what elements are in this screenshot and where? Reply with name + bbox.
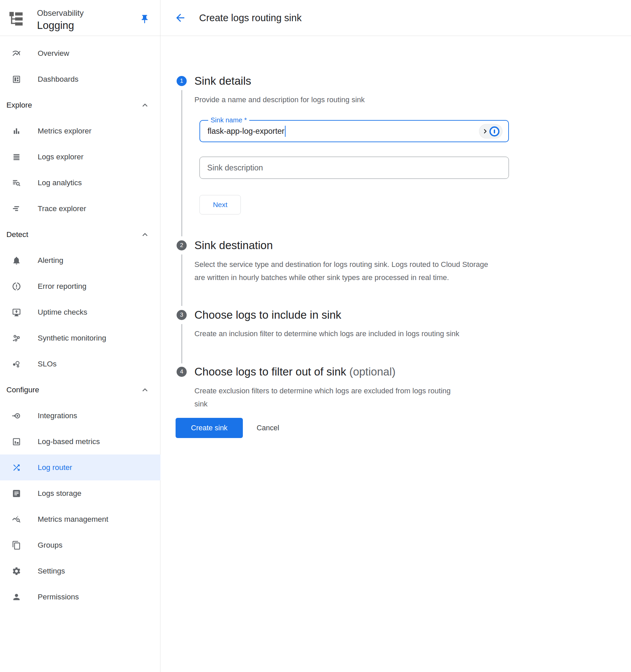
sidebar-nav: Overview Dashboards Explore Metrics expl… xyxy=(0,40,160,610)
sidebar-item-label: Log-based metrics xyxy=(38,437,100,446)
sidebar-item-label: SLOs xyxy=(38,360,56,368)
section-label: Configure xyxy=(6,386,39,394)
step-3-indicator: 3 xyxy=(177,310,187,320)
onepassword-icon xyxy=(489,126,499,137)
text-cursor xyxy=(285,126,286,137)
back-button[interactable] xyxy=(174,12,186,24)
sidebar-section-configure[interactable]: Configure xyxy=(0,377,160,403)
sidebar-item-uptime-checks[interactable]: Uptime checks xyxy=(0,299,160,325)
sidebar-item-log-analytics[interactable]: Log analytics xyxy=(0,170,160,196)
logs-explorer-icon xyxy=(12,152,21,162)
sidebar-item-label: Groups xyxy=(38,541,63,550)
log-router-icon xyxy=(12,463,21,472)
sidebar-item-dashboards[interactable]: Dashboards xyxy=(0,66,160,92)
sink-name-field[interactable]: Sink name * flask-app-log-exporter xyxy=(200,120,509,142)
sidebar-item-metrics-explorer[interactable]: Metrics explorer xyxy=(0,118,160,144)
page-title: Create logs routing sink xyxy=(199,13,302,24)
synthetic-monitoring-icon xyxy=(12,334,21,343)
sidebar-item-log-based-metrics[interactable]: Log-based metrics xyxy=(0,429,160,455)
step-4-title: Choose logs to filter out of sink (optio… xyxy=(194,364,396,379)
slos-icon xyxy=(12,359,21,369)
sidebar-item-settings[interactable]: Settings xyxy=(0,558,160,584)
step-1-title: Sink details xyxy=(194,74,251,89)
sidebar-item-label: Log analytics xyxy=(38,178,82,187)
create-sink-button[interactable]: Create sink xyxy=(176,418,243,438)
step-connector xyxy=(181,90,182,236)
next-button[interactable]: Next xyxy=(200,195,241,214)
sink-name-value: flask-app-log-exporter xyxy=(208,127,284,136)
sidebar-item-logs-explorer[interactable]: Logs explorer xyxy=(0,144,160,170)
settings-icon xyxy=(12,567,21,576)
sidebar-item-label: Permissions xyxy=(38,593,79,601)
cancel-button[interactable]: Cancel xyxy=(251,421,285,435)
pin-button[interactable] xyxy=(137,12,152,27)
step-2-indicator: 2 xyxy=(177,240,187,250)
pin-icon xyxy=(140,14,150,25)
section-label: Detect xyxy=(6,230,28,239)
sidebar-item-label: Synthetic monitoring xyxy=(38,334,106,342)
chevron-up-icon xyxy=(140,100,150,110)
uptime-checks-icon xyxy=(12,308,21,317)
permissions-icon xyxy=(12,592,21,602)
sidebar-item-metrics-management[interactable]: Metrics management xyxy=(0,506,160,532)
sidebar-item-label: Dashboards xyxy=(38,75,78,84)
sidebar-item-label: Logs storage xyxy=(38,489,81,498)
step-connector xyxy=(181,255,182,306)
sidebar-section-explore[interactable]: Explore xyxy=(0,92,160,118)
sidebar-item-label: Overview xyxy=(38,49,69,58)
sidebar-item-synthetic-monitoring[interactable]: Synthetic monitoring xyxy=(0,325,160,351)
sidebar: Observability Logging Overview Dashboard… xyxy=(0,0,160,672)
sidebar-item-label: Log router xyxy=(38,463,72,472)
overview-icon xyxy=(12,49,21,58)
step-1-indicator: 1 xyxy=(177,76,187,86)
main-panel: Create logs routing sink 1 Sink details … xyxy=(160,0,631,672)
sidebar-header: Observability Logging xyxy=(0,0,160,36)
sidebar-item-integrations[interactable]: Integrations xyxy=(0,403,160,429)
sidebar-item-log-router[interactable]: Log router xyxy=(0,455,160,480)
sidebar-item-label: Uptime checks xyxy=(38,308,88,317)
section-label: Explore xyxy=(6,101,32,110)
logs-storage-icon xyxy=(12,489,21,498)
step-4-indicator: 4 xyxy=(177,367,187,377)
sidebar-item-label: Trace explorer xyxy=(38,205,86,213)
sidebar-item-label: Settings xyxy=(38,567,65,576)
sidebar-item-label: Integrations xyxy=(38,411,77,420)
sidebar-item-slos[interactable]: SLOs xyxy=(0,351,160,377)
sidebar-section-detect[interactable]: Detect xyxy=(0,221,160,247)
sidebar-item-groups[interactable]: Groups xyxy=(0,532,160,558)
dashboards-icon xyxy=(12,75,21,84)
product-name: Observability xyxy=(37,8,84,18)
sidebar-item-label: Error reporting xyxy=(38,282,87,291)
sidebar-item-label: Logs explorer xyxy=(38,153,84,161)
chevron-up-icon xyxy=(140,230,150,240)
sink-description-field xyxy=(200,157,509,179)
step-3-title: Choose logs to include in sink xyxy=(194,308,342,322)
sidebar-item-overview[interactable]: Overview xyxy=(0,40,160,66)
sidebar-item-trace-explorer[interactable]: Trace explorer xyxy=(0,196,160,221)
sidebar-item-label: Metrics explorer xyxy=(38,127,92,136)
sidebar-item-error-reporting[interactable]: Error reporting xyxy=(0,273,160,299)
integrations-icon xyxy=(12,411,21,421)
onepassword-autofill-button[interactable] xyxy=(479,124,502,138)
product-title: Logging xyxy=(37,19,74,32)
metrics-management-icon xyxy=(12,515,21,524)
step-4-title-optional: (optional) xyxy=(349,365,396,378)
sidebar-item-alerting[interactable]: Alerting xyxy=(0,247,160,273)
log-analytics-icon xyxy=(12,178,21,188)
groups-icon xyxy=(12,541,21,550)
metrics-explorer-icon xyxy=(12,126,21,136)
sidebar-item-logs-storage[interactable]: Logs storage xyxy=(0,480,160,506)
sink-description-input[interactable] xyxy=(200,157,509,178)
wizard-content: 1 Sink details Provide a name and descri… xyxy=(160,36,631,672)
logging-logo-icon xyxy=(7,9,25,27)
step-3-description: Create an inclusion filter to determine … xyxy=(194,328,499,340)
step-2-description: Select the service type and destination … xyxy=(194,258,490,284)
trace-explorer-icon xyxy=(12,204,21,214)
back-arrow-icon xyxy=(174,20,186,25)
sidebar-item-label: Metrics management xyxy=(38,515,108,524)
alerting-icon xyxy=(12,256,21,265)
log-based-metrics-icon xyxy=(12,437,21,447)
sidebar-item-permissions[interactable]: Permissions xyxy=(0,584,160,610)
chevron-right-icon xyxy=(482,128,488,135)
step-2-title: Sink destination xyxy=(194,238,273,253)
